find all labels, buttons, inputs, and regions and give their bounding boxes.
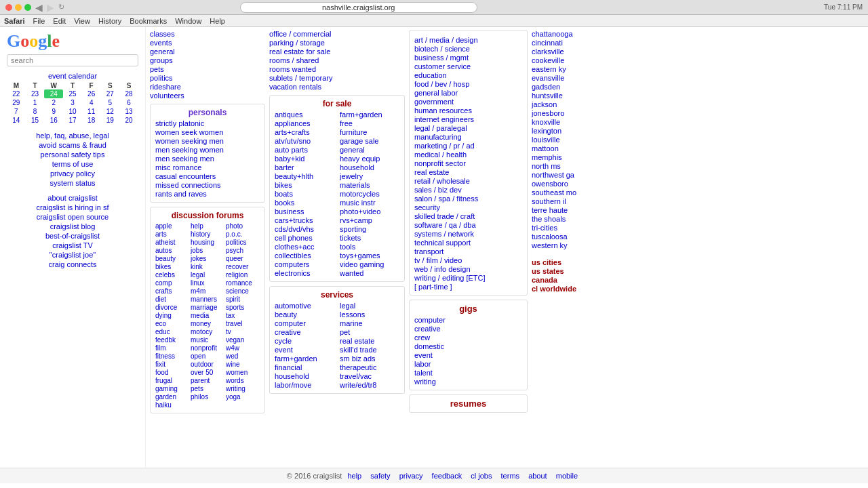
- link-outdoor[interactable]: outdoor: [191, 361, 224, 368]
- link-music-instr[interactable]: music instr: [340, 199, 399, 207]
- link-wine[interactable]: wine: [226, 361, 260, 368]
- link-biotech[interactable]: biotech / science: [414, 45, 522, 53]
- menu-safari[interactable]: Safari: [4, 17, 25, 25]
- footer-link-cl-jobs[interactable]: cl jobs: [471, 472, 492, 480]
- link-garage-sale[interactable]: garage sale: [340, 137, 399, 145]
- link-gig-domestic[interactable]: domestic: [414, 342, 522, 350]
- link-atv[interactable]: atv/utv/sno: [275, 137, 334, 145]
- cal-day-27[interactable]: 27: [101, 89, 120, 98]
- link-svc-beauty[interactable]: beauty: [275, 310, 334, 319]
- link-security[interactable]: security: [414, 203, 522, 211]
- link-part-time[interactable]: [ part-time ]: [414, 283, 522, 291]
- link-poc[interactable]: p.o.c.: [226, 230, 260, 238]
- link-manners[interactable]: manners: [191, 296, 224, 303]
- cal-day-2[interactable]: 2: [44, 98, 63, 107]
- close-dot[interactable]: [5, 4, 12, 11]
- menu-edit[interactable]: Edit: [53, 17, 66, 25]
- link-strictly-platonic[interactable]: strictly platonic: [155, 119, 260, 127]
- link-gig-crew[interactable]: crew: [414, 333, 522, 342]
- link-apple[interactable]: apple: [155, 222, 189, 230]
- link-casual-encounters[interactable]: casual encounters: [155, 172, 260, 180]
- link-general[interactable]: general: [150, 47, 265, 56]
- link-mattoon[interactable]: mattoon: [532, 144, 864, 152]
- link-system-status[interactable]: system status: [7, 179, 138, 187]
- link-bikes[interactable]: bikes: [155, 263, 189, 270]
- link-yoga[interactable]: yoga: [226, 393, 260, 401]
- link-government[interactable]: government: [414, 98, 522, 106]
- link-baby-kid[interactable]: baby+kid: [275, 155, 334, 163]
- link-sublets-temp[interactable]: sublets / temporary: [269, 74, 405, 82]
- link-northwest-ga[interactable]: northwest ga: [532, 171, 864, 179]
- link-cars-trucks[interactable]: cars+trucks: [275, 216, 334, 224]
- link-gaming[interactable]: gaming: [155, 385, 189, 392]
- link-tickets[interactable]: tickets: [340, 234, 399, 242]
- link-fs-general[interactable]: general: [340, 146, 399, 154]
- link-money[interactable]: money: [191, 320, 224, 327]
- cal-day-26[interactable]: 26: [82, 89, 101, 98]
- link-tri-cities[interactable]: tri-cities: [532, 224, 864, 232]
- link-office-commercial[interactable]: office / commercial: [269, 30, 405, 38]
- link-rants-raves[interactable]: rants and raves: [155, 190, 260, 198]
- link-toys-games[interactable]: toys+games: [340, 251, 399, 260]
- link-svc-legal[interactable]: legal: [340, 302, 399, 310]
- link-arts[interactable]: arts: [155, 230, 189, 238]
- link-comp[interactable]: comp: [155, 279, 189, 287]
- link-religion[interactable]: religion: [226, 271, 260, 279]
- link-housing[interactable]: housing: [191, 239, 224, 246]
- cal-day-18[interactable]: 18: [82, 116, 101, 125]
- link-misc-romance[interactable]: misc romance: [155, 163, 260, 171]
- link-motorcycles[interactable]: motorcycles: [340, 190, 399, 198]
- cal-day-6[interactable]: 6: [119, 98, 138, 107]
- link-eastern-ky[interactable]: eastern ky: [532, 65, 864, 73]
- link-canada[interactable]: canada: [532, 276, 864, 284]
- link-gig-talent[interactable]: talent: [414, 369, 522, 377]
- link-parent[interactable]: parent: [191, 377, 224, 384]
- link-help-faq[interactable]: help, faq, abuse, legal: [7, 131, 138, 140]
- cal-day-1[interactable]: 1: [26, 98, 45, 107]
- link-nonprofit-sector[interactable]: nonprofit sector: [414, 159, 522, 167]
- cal-day-12[interactable]: 12: [101, 107, 120, 116]
- link-over50[interactable]: over 50: [191, 369, 224, 376]
- link-evansville[interactable]: evansville: [532, 74, 864, 82]
- link-food-bev[interactable]: food / bev / hosp: [414, 80, 522, 88]
- link-cds-dvd[interactable]: cds/dvd/vhs: [275, 225, 334, 233]
- link-queer[interactable]: queer: [226, 255, 260, 262]
- link-haiku[interactable]: haiku: [155, 401, 189, 409]
- link-women-seeking-men[interactable]: women seeking men: [155, 137, 260, 145]
- cal-day-28[interactable]: 28: [119, 89, 138, 98]
- link-farm-garden[interactable]: farm+garden: [340, 110, 399, 119]
- link-write-ed[interactable]: write/ed/tr8: [340, 381, 399, 389]
- link-m4m[interactable]: m4m: [191, 287, 224, 295]
- link-internet-engineers[interactable]: internet engineers: [414, 115, 522, 123]
- cal-day-23[interactable]: 23: [26, 89, 45, 98]
- menu-window[interactable]: Window: [175, 17, 201, 25]
- link-dying[interactable]: dying: [155, 312, 189, 319]
- link-svc-event[interactable]: event: [275, 346, 334, 354]
- link-art-media[interactable]: art / media / design: [414, 36, 522, 44]
- link-writing-d[interactable]: writing: [226, 385, 260, 392]
- cal-day-17[interactable]: 17: [63, 116, 82, 125]
- link-therapeutic[interactable]: therapeutic: [340, 363, 399, 371]
- link-household[interactable]: household: [340, 163, 399, 171]
- link-heavy-equip[interactable]: heavy equip: [340, 155, 399, 163]
- link-materials[interactable]: materials: [340, 181, 399, 189]
- link-western-ky[interactable]: western ky: [532, 241, 864, 249]
- cal-day-7[interactable]: 7: [7, 107, 26, 116]
- link-software-qa[interactable]: software / qa / dba: [414, 221, 522, 229]
- link-rooms-shared[interactable]: rooms / shared: [269, 56, 405, 64]
- link-fitness[interactable]: fitness: [155, 352, 189, 360]
- link-automotive[interactable]: automotive: [275, 302, 334, 310]
- link-clarksville[interactable]: clarksville: [532, 47, 864, 56]
- link-open[interactable]: open: [191, 352, 224, 360]
- link-classes[interactable]: classes: [150, 30, 265, 38]
- link-salon-spa[interactable]: salon / spa / fitness: [414, 195, 522, 203]
- link-travel[interactable]: travel: [226, 320, 260, 327]
- cal-day-19[interactable]: 19: [101, 116, 120, 125]
- link-cincinnati[interactable]: cincinnati: [532, 39, 864, 47]
- link-real-estate-job[interactable]: real estate: [414, 168, 522, 176]
- link-southeast-mo[interactable]: southeast mo: [532, 188, 864, 197]
- link-best-of[interactable]: best-of-craigslist: [7, 232, 138, 240]
- link-transport[interactable]: transport: [414, 247, 522, 256]
- link-sales-biz-dev[interactable]: sales / biz dev: [414, 186, 522, 194]
- link-vegan[interactable]: vegan: [226, 336, 260, 344]
